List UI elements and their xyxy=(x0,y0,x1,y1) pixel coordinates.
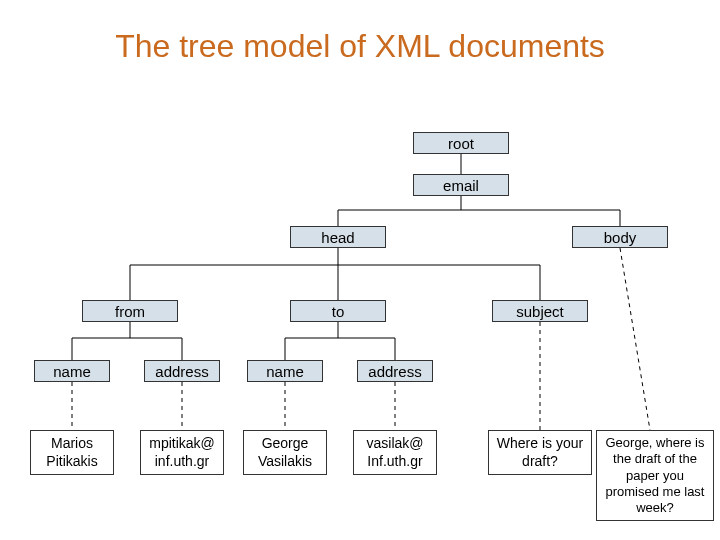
node-root: root xyxy=(413,132,509,154)
leaf-from-name: Marios Pitikakis xyxy=(30,430,114,475)
leaf-subject: Where is your draft? xyxy=(488,430,592,475)
node-to-address: address xyxy=(357,360,433,382)
node-from-address: address xyxy=(144,360,220,382)
node-body: body xyxy=(572,226,668,248)
node-email: email xyxy=(413,174,509,196)
node-to-name: name xyxy=(247,360,323,382)
slide-title: The tree model of XML documents xyxy=(0,28,720,65)
leaf-to-address: vasilak@ Inf.uth.gr xyxy=(353,430,437,475)
leaf-to-name: George Vasilakis xyxy=(243,430,327,475)
svg-line-23 xyxy=(620,248,650,430)
node-from-name: name xyxy=(34,360,110,382)
node-to: to xyxy=(290,300,386,322)
node-head: head xyxy=(290,226,386,248)
node-subject: subject xyxy=(492,300,588,322)
leaf-body: George, where is the draft of the paper … xyxy=(596,430,714,521)
node-from: from xyxy=(82,300,178,322)
leaf-from-address: mpitikak@ inf.uth.gr xyxy=(140,430,224,475)
